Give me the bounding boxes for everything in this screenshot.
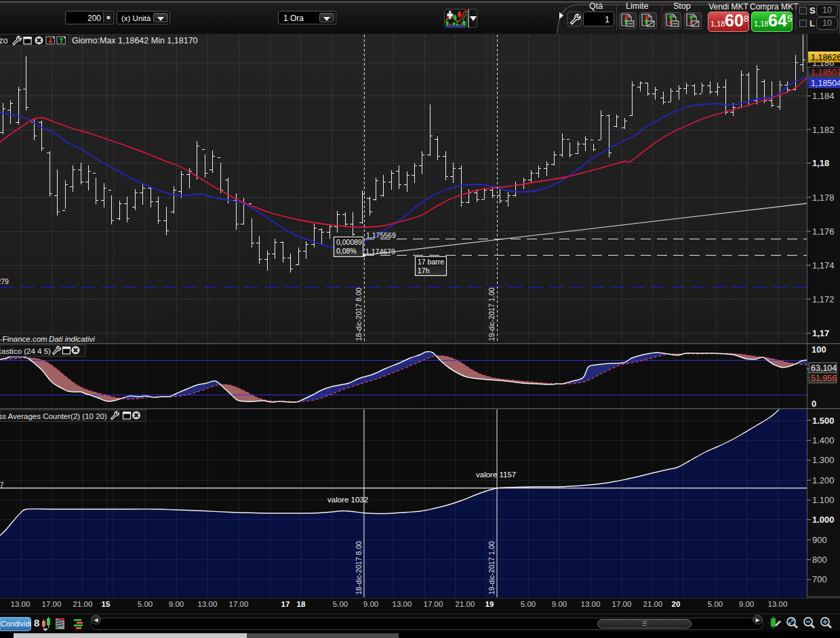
svg-text:13.00: 13.00 [198, 600, 218, 608]
svg-text:100: 100 [812, 344, 826, 355]
svg-text:1,178: 1,178 [812, 193, 835, 203]
svg-text:Giorno:Max 1,18642 Min 1,18170: Giorno:Max 1,18642 Min 1,18170 [72, 36, 198, 45]
svg-text:15: 15 [102, 600, 111, 608]
svg-text:1,17279: 1,17279 [0, 277, 9, 285]
svg-text:Cross Averages Counter(2) (10: Cross Averages Counter(2) (10 20) [0, 412, 107, 420]
svg-text:18-dic-2017 8.00: 18-dic-2017 8.00 [355, 541, 363, 595]
svg-text:1,18626: 1,18626 [811, 53, 840, 62]
svg-text:18: 18 [297, 600, 306, 608]
svg-text:-Finance.com: -Finance.com [0, 335, 47, 343]
svg-text:0,08%: 0,08% [336, 247, 357, 255]
svg-text:17.00: 17.00 [424, 600, 443, 608]
svg-text:1,174: 1,174 [812, 260, 835, 271]
svg-text:8: 8 [34, 617, 39, 629]
svg-text:0,00089: 0,00089 [336, 238, 362, 246]
svg-text:17 barre: 17 barre [418, 258, 444, 266]
svg-text:700: 700 [812, 574, 827, 584]
svg-text:800: 800 [812, 555, 827, 565]
svg-text:1.100: 1.100 [812, 495, 835, 505]
svg-text:valore 1157: valore 1157 [476, 471, 516, 479]
svg-text:1.300: 1.300 [812, 455, 835, 465]
svg-text:Dati indicativi: Dati indicativi [49, 335, 95, 343]
svg-text:17.00: 17.00 [42, 600, 62, 608]
svg-text:valore 1032: valore 1032 [327, 496, 368, 504]
svg-text:13.00: 13.00 [11, 600, 31, 608]
svg-text:21.00: 21.00 [643, 600, 663, 608]
svg-text:1,176: 1,176 [812, 226, 835, 237]
svg-text:17.00: 17.00 [229, 600, 249, 608]
svg-text:51,956: 51,956 [811, 374, 837, 383]
svg-text:1,18504: 1,18504 [811, 79, 840, 88]
svg-text:19-dic-2017 1.00: 19-dic-2017 1.00 [487, 541, 496, 595]
svg-text:19: 19 [485, 600, 494, 608]
svg-text:63,104: 63,104 [811, 363, 837, 373]
svg-text:1,17: 1,17 [812, 328, 829, 338]
svg-text:5.00: 5.00 [333, 600, 348, 608]
svg-text:1.400: 1.400 [812, 435, 835, 445]
svg-text:Prezzo: Prezzo [0, 36, 8, 45]
svg-text:9.00: 9.00 [363, 600, 378, 608]
svg-text:17.00: 17.00 [612, 600, 632, 608]
svg-text:21.00: 21.00 [73, 600, 93, 608]
svg-text:13.00: 13.00 [393, 600, 412, 608]
svg-text:19-dic-2017 1.00: 19-dic-2017 1.00 [487, 287, 496, 341]
svg-text:17: 17 [281, 600, 290, 608]
svg-text:21.00: 21.00 [456, 600, 475, 608]
svg-text:1,184: 1,184 [812, 91, 835, 101]
svg-text:1,182: 1,182 [812, 125, 835, 135]
svg-text:9.00: 9.00 [552, 600, 567, 608]
svg-text:1.200: 1.200 [812, 475, 835, 485]
svg-text:9.00: 9.00 [169, 600, 184, 608]
svg-text:5.00: 5.00 [521, 600, 536, 608]
svg-text:1,172: 1,172 [812, 294, 835, 304]
svg-text:1157: 1157 [0, 481, 4, 489]
svg-text:Stocastico (24 4 5): Stocastico (24 4 5) [0, 347, 51, 355]
svg-text:5.00: 5.00 [708, 600, 723, 608]
svg-text:1,18: 1,18 [812, 158, 829, 168]
svg-text:1.000: 1.000 [812, 515, 835, 525]
svg-text:1,174679: 1,174679 [365, 247, 395, 256]
svg-text:18-dic-2017 8.00: 18-dic-2017 8.00 [355, 287, 363, 341]
svg-text:0: 0 [812, 399, 816, 409]
svg-text:1.500: 1.500 [812, 416, 835, 426]
svg-text:5.00: 5.00 [138, 600, 153, 608]
svg-text:900: 900 [812, 535, 827, 545]
svg-text:1,175569: 1,175569 [366, 231, 396, 239]
svg-text:20: 20 [672, 600, 681, 608]
svg-text:13.00: 13.00 [581, 600, 601, 608]
svg-text:9.00: 9.00 [739, 600, 754, 608]
svg-text:17h: 17h [418, 266, 430, 275]
svg-text:13.00: 13.00 [768, 600, 788, 608]
svg-text:1,18507: 1,18507 [811, 68, 840, 77]
